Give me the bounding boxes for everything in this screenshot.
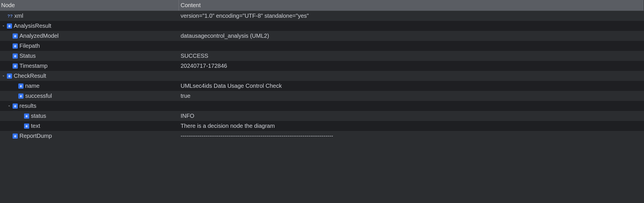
table-row[interactable]: estatusINFO xyxy=(0,111,644,121)
content-cell: version="1.0" encoding="UTF-8" standalon… xyxy=(179,11,644,21)
node-label: AnalyzedModel xyxy=(19,33,59,39)
node-label: xml xyxy=(14,13,23,19)
node-cell: ename xyxy=(0,81,179,91)
content-cell: true xyxy=(179,91,644,101)
xml-tree-table: Node Content ??xmlversion="1.0" encoding… xyxy=(0,0,644,203)
content-cell xyxy=(179,101,644,111)
table-row[interactable]: eAnalysisResult xyxy=(0,21,644,31)
node-label: ReportDump xyxy=(19,133,52,139)
table-row[interactable]: etextThere is a decision node the diagra… xyxy=(0,121,644,131)
node-label: Status xyxy=(19,53,36,59)
content-cell: 20240717-172846 xyxy=(179,61,644,71)
node-label: AnalysisResult xyxy=(14,23,51,29)
content-cell: ----------------------------------------… xyxy=(179,131,644,141)
element-icon: e xyxy=(24,124,29,129)
element-icon: e xyxy=(24,114,29,119)
node-cell: eStatus xyxy=(0,51,179,61)
content-cell: datausagecontrol_analysis (UML2) xyxy=(179,31,644,41)
content-cell: There is a decision node the diagram xyxy=(179,121,644,131)
element-icon: e xyxy=(13,104,18,109)
element-icon: e xyxy=(18,83,23,89)
node-cell: etext xyxy=(0,121,179,131)
element-icon: e xyxy=(13,53,18,59)
content-cell: SUCCESS xyxy=(179,51,644,61)
node-label: Timestamp xyxy=(19,63,48,69)
content-cell xyxy=(179,21,644,31)
element-icon: e xyxy=(18,93,23,99)
chevron-down-icon[interactable] xyxy=(7,104,11,108)
table-row[interactable]: esuccessfultrue xyxy=(0,91,644,101)
content-cell: UMLsec4ids Data Usage Control Check xyxy=(179,81,644,91)
node-cell: eAnalyzedModel xyxy=(0,31,179,41)
element-icon: e xyxy=(7,23,12,29)
content-cell xyxy=(179,71,644,81)
header-right-edge xyxy=(642,0,644,11)
table-body: ??xmlversion="1.0" encoding="UTF-8" stan… xyxy=(0,11,644,141)
node-cell: eAnalysisResult xyxy=(0,21,179,31)
element-icon: e xyxy=(13,63,18,69)
node-label: Filepath xyxy=(19,43,40,49)
element-icon: e xyxy=(13,33,18,39)
table-row[interactable]: eFilepath xyxy=(0,41,644,51)
node-label: status xyxy=(31,113,46,119)
node-cell: eCheckResult xyxy=(0,71,179,81)
chevron-down-icon[interactable] xyxy=(1,24,6,28)
element-icon: e xyxy=(7,73,12,79)
table-row[interactable]: eStatusSUCCESS xyxy=(0,51,644,61)
node-cell: eTimestamp xyxy=(0,61,179,71)
node-label: text xyxy=(31,123,40,129)
node-cell: esuccessful xyxy=(0,91,179,101)
table-row[interactable]: ??xmlversion="1.0" encoding="UTF-8" stan… xyxy=(0,11,644,21)
content-cell xyxy=(179,41,644,51)
node-cell: estatus xyxy=(0,111,179,121)
table-header-row: Node Content xyxy=(0,0,644,11)
node-cell: eresults xyxy=(0,101,179,111)
table-row[interactable]: eTimestamp20240717-172846 xyxy=(0,61,644,71)
content-cell: INFO xyxy=(179,111,644,121)
node-cell: ??xml xyxy=(0,11,179,21)
element-icon: e xyxy=(13,134,18,139)
table-row[interactable]: eReportDump-----------------------------… xyxy=(0,131,644,141)
chevron-down-icon[interactable] xyxy=(1,74,6,78)
column-header-content[interactable]: Content xyxy=(179,0,642,11)
table-row[interactable]: eAnalyzedModeldatausagecontrol_analysis … xyxy=(0,31,644,41)
node-label: name xyxy=(25,83,39,89)
column-header-node[interactable]: Node xyxy=(0,0,179,11)
table-row[interactable]: eCheckResult xyxy=(0,71,644,81)
node-cell: eReportDump xyxy=(0,131,179,141)
processing-instruction-icon: ?? xyxy=(7,13,13,19)
node-cell: eFilepath xyxy=(0,41,179,51)
table-row[interactable]: eresults xyxy=(0,101,644,111)
node-label: CheckResult xyxy=(14,73,46,79)
node-label: successful xyxy=(25,93,52,99)
node-label: results xyxy=(19,103,36,109)
table-row[interactable]: enameUMLsec4ids Data Usage Control Check xyxy=(0,81,644,91)
element-icon: e xyxy=(13,43,18,49)
